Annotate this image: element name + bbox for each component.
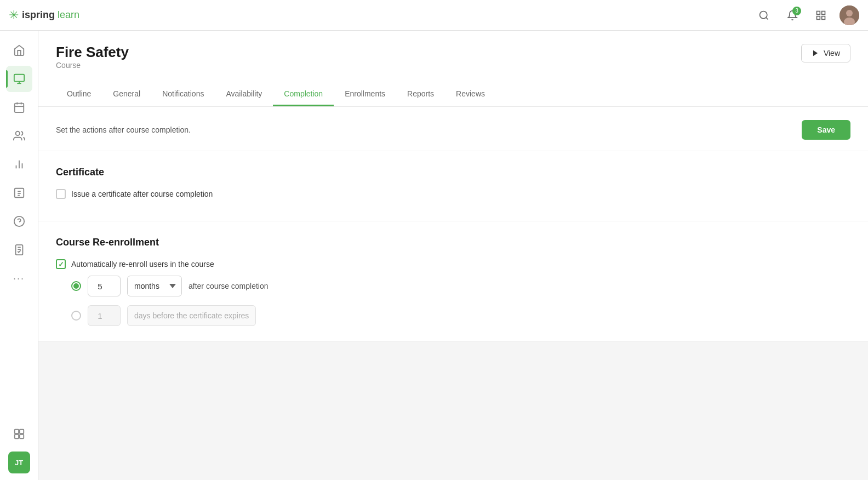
certificate-title: Certificate (56, 167, 850, 178)
widget-icon (13, 428, 25, 440)
sidebar-item-more[interactable]: ··· (6, 265, 32, 292)
reenrollment-section: Course Re-enrollment Automatically re-en… (38, 221, 868, 342)
days-radio[interactable] (71, 311, 81, 321)
notification-badge: 3 (792, 7, 801, 15)
sidebar-bottom: JT (6, 421, 32, 473)
info-icon (13, 187, 25, 199)
content-area: Set the actions after course completion.… (38, 107, 868, 342)
search-icon (758, 10, 769, 21)
months-select[interactable]: days weeks months years (127, 276, 182, 296)
svg-rect-30 (14, 435, 18, 438)
svg-point-15 (15, 132, 19, 135)
logo: ✳ ispring learn (9, 8, 79, 22)
certificate-section: Certificate Issue a certificate after co… (38, 151, 868, 221)
grid-icon (815, 10, 826, 21)
page-header: Fire Safety Course View Outline General … (38, 31, 868, 107)
sidebar-user-initials: JT (15, 459, 23, 467)
days-row: days before the certificate expires (71, 305, 850, 326)
navbar-actions: 3 (754, 5, 859, 25)
more-dots-icon: ··· (13, 273, 25, 284)
svg-rect-31 (19, 435, 23, 438)
main-wrapper: Fire Safety Course View Outline General … (38, 31, 868, 480)
sidebar-item-users[interactable] (6, 123, 32, 149)
tab-general[interactable]: General (102, 83, 151, 106)
tab-reviews[interactable]: Reviews (445, 83, 496, 106)
months-input[interactable] (88, 276, 121, 296)
tab-notifications[interactable]: Notifications (151, 83, 215, 106)
sidebar-item-analytics[interactable] (6, 151, 32, 178)
logo-ispring: ispring (22, 9, 55, 20)
page-title-section: Fire Safety Course (56, 44, 129, 78)
svg-rect-11 (14, 104, 24, 113)
save-button[interactable]: Save (802, 120, 850, 140)
sidebar-item-tasks[interactable] (6, 237, 32, 263)
home-icon (13, 44, 25, 56)
sidebar-user-button[interactable]: JT (8, 452, 30, 473)
reenrollment-title: Course Re-enrollment (56, 237, 850, 248)
svg-rect-29 (19, 430, 23, 433)
svg-rect-28 (14, 430, 18, 433)
courses-icon (13, 73, 25, 85)
svg-marker-32 (813, 50, 818, 56)
certificate-checkbox-row: Issue a certificate after course complet… (56, 189, 850, 199)
sidebar-item-home[interactable] (6, 37, 32, 64)
help-icon (13, 215, 25, 227)
auto-enroll-label: Automatically re-enroll users in the cou… (71, 260, 214, 268)
svg-rect-1 (817, 11, 820, 14)
days-placeholder: days before the certificate expires (127, 305, 256, 326)
notification-button[interactable]: 3 (783, 5, 802, 25)
apps-button[interactable] (811, 5, 831, 25)
content-description: Set the actions after course completion. (56, 125, 191, 134)
months-select-wrapper: days weeks months years (127, 276, 182, 296)
play-icon (812, 49, 819, 57)
svg-point-6 (846, 10, 853, 16)
svg-point-0 (760, 11, 767, 18)
svg-rect-3 (817, 16, 820, 19)
sidebar-item-help[interactable] (6, 208, 32, 235)
tab-reports[interactable]: Reports (396, 83, 445, 106)
logo-learn: learn (58, 9, 79, 20)
search-button[interactable] (754, 5, 774, 25)
sidebar-item-info[interactable] (6, 180, 32, 206)
sidebar: ··· JT (0, 31, 38, 480)
sidebar-item-widget[interactable] (6, 421, 32, 447)
svg-rect-2 (822, 11, 825, 14)
after-label: after course completion (189, 282, 269, 290)
calendar-icon (13, 101, 25, 113)
sidebar-item-calendar[interactable] (6, 94, 32, 121)
navbar: ✳ ispring learn 3 (0, 0, 868, 31)
certificate-checkbox[interactable] (56, 189, 66, 199)
days-input[interactable] (88, 305, 121, 326)
logo-text: ispring learn (22, 9, 79, 21)
months-row: days weeks months years after course com… (71, 276, 850, 296)
auto-enroll-checkbox[interactable] (56, 259, 66, 269)
view-button-label: View (824, 49, 840, 58)
tasks-icon (13, 244, 25, 256)
logo-icon: ✳ (9, 8, 19, 22)
analytics-icon (13, 158, 25, 170)
auto-enroll-row: Automatically re-enroll users in the cou… (56, 259, 850, 269)
svg-rect-4 (822, 16, 825, 19)
avatar[interactable] (840, 5, 859, 25)
sidebar-item-courses[interactable] (6, 66, 32, 92)
svg-rect-8 (14, 75, 24, 82)
avatar-image (840, 5, 859, 25)
page-title: Fire Safety (56, 44, 129, 61)
page-subtitle: Course (56, 61, 129, 70)
months-radio[interactable] (71, 281, 81, 291)
days-placeholder-text: days before the certificate expires (134, 311, 249, 320)
certificate-checkbox-label: Issue a certificate after course complet… (71, 190, 213, 198)
content-header: Set the actions after course completion.… (38, 107, 868, 151)
tab-completion[interactable]: Completion (273, 83, 334, 106)
tab-availability[interactable]: Availability (215, 83, 273, 106)
users-icon (13, 130, 25, 142)
page-header-top: Fire Safety Course View (56, 44, 850, 78)
tab-enrollments[interactable]: Enrollments (334, 83, 396, 106)
view-button[interactable]: View (801, 44, 850, 62)
tabs: Outline General Notifications Availabili… (56, 83, 850, 106)
tab-outline[interactable]: Outline (56, 83, 102, 106)
